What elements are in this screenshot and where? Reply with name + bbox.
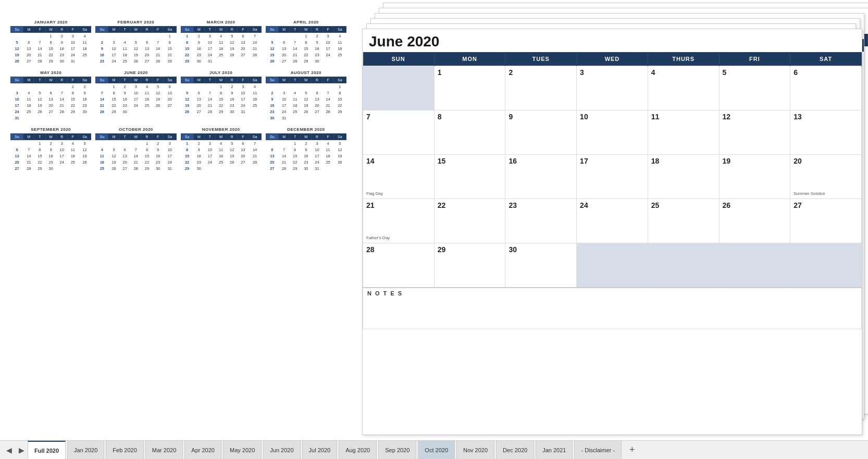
mini-cal-day: 2 bbox=[96, 39, 108, 45]
mini-cal-day: 18 bbox=[23, 102, 34, 108]
mini-cal-day: 11 bbox=[290, 96, 301, 102]
mini-cal-day: 18 bbox=[216, 153, 227, 159]
tab-item[interactable]: - Disclaimer - bbox=[574, 441, 622, 459]
mini-cal-day: 20 bbox=[141, 52, 152, 58]
tab-add-button[interactable]: + bbox=[625, 441, 639, 459]
mini-cal-day: 22 bbox=[164, 52, 176, 58]
june-notes-label: N O T E S bbox=[367, 290, 857, 296]
tab-item[interactable]: Dec 2020 bbox=[496, 441, 534, 459]
tab-nav-right[interactable]: ▶ bbox=[15, 441, 28, 459]
mini-cal-day: 9 bbox=[119, 90, 130, 96]
mini-cal-day: 24 bbox=[11, 108, 23, 115]
mini-cal-table: SuMTWRFSa1234567891011121314151617181920… bbox=[181, 26, 262, 64]
mini-cal-day-header: T bbox=[290, 134, 301, 140]
mini-cal-day bbox=[23, 115, 34, 121]
mini-cal-day: 27 bbox=[141, 58, 152, 64]
mini-cal-day: 12 bbox=[301, 96, 312, 102]
mini-cal-day-header: T bbox=[204, 77, 215, 83]
tab-item[interactable]: Jul 2020 bbox=[302, 441, 338, 459]
mini-cal-day: 6 bbox=[238, 140, 249, 147]
mini-cal-day-header: R bbox=[227, 134, 238, 140]
june-day-number: 28 bbox=[366, 245, 375, 254]
mini-cal-day bbox=[164, 108, 176, 115]
mini-cal-day: 7 bbox=[323, 90, 333, 96]
mini-cal-day: 30 bbox=[78, 108, 91, 115]
tab-item[interactable]: Apr 2020 bbox=[184, 441, 221, 459]
mini-cal-day-header: M bbox=[193, 134, 204, 140]
mini-cal-day-header: T bbox=[119, 77, 130, 83]
june-day-cell: 10 bbox=[577, 110, 648, 155]
mini-cal-table: SuMTWRFSa1234567891011121314151617181920… bbox=[181, 133, 262, 171]
tab-item[interactable]: Mar 2020 bbox=[145, 441, 183, 459]
mini-cal-day-header: Sa bbox=[164, 134, 176, 140]
mini-cal-day: 14 bbox=[153, 45, 164, 52]
mini-cal-day: 20 bbox=[278, 52, 289, 58]
tab-item[interactable]: Aug 2020 bbox=[339, 441, 377, 459]
mini-cal-day: 5 bbox=[301, 90, 312, 96]
mini-cal-day: 17 bbox=[312, 153, 323, 159]
mini-cal-day-header: W bbox=[45, 27, 56, 33]
june-day-number: 20 bbox=[793, 157, 802, 165]
mini-cal-day: 10 bbox=[67, 39, 78, 45]
mini-cal-day: 25 bbox=[249, 102, 261, 108]
tab-item[interactable]: Full 2020 bbox=[28, 441, 66, 459]
mini-cal-day: 4 bbox=[290, 90, 301, 96]
mini-cal-day: 28 bbox=[249, 159, 261, 165]
mini-cal-day: 28 bbox=[56, 108, 67, 115]
tab-item[interactable]: Oct 2020 bbox=[418, 441, 455, 459]
june-day-cell: 25 bbox=[648, 199, 719, 243]
mini-cal-day: 21 bbox=[278, 159, 289, 165]
mini-cal-day: 20 bbox=[23, 52, 34, 58]
mini-cal-day: 15 bbox=[333, 96, 346, 102]
mini-cal-day: 5 bbox=[34, 90, 45, 96]
mini-cal-day: 28 bbox=[153, 58, 164, 64]
mini-cal-day-header: R bbox=[312, 134, 323, 140]
mini-cal-day: 6 bbox=[23, 39, 34, 45]
tab-item[interactable]: Jan 2021 bbox=[536, 441, 573, 459]
mini-cal-day: 18 bbox=[78, 45, 91, 52]
tab-bar: ◀ ▶ Full 2020Jan 2020Feb 2020Mar 2020Apr… bbox=[0, 440, 868, 459]
mini-cal-day-header: F bbox=[153, 77, 164, 83]
tab-item[interactable]: Feb 2020 bbox=[106, 441, 143, 459]
mini-cal-day: 15 bbox=[216, 96, 227, 102]
june-event: Father's Day bbox=[366, 235, 431, 240]
june-grid: SUNMONTUESWEDTHURSFRISAT1234567891011121… bbox=[363, 52, 862, 329]
mini-cal-day: 8 bbox=[34, 146, 45, 153]
calendar-stack: January 2020 SUNMONTUESWEDTHURSFRISAT Fe… bbox=[357, 3, 863, 438]
mini-cal-day: 17 bbox=[56, 153, 67, 159]
mini-cal-day: 25 bbox=[216, 159, 227, 165]
mini-cal-day: 5 bbox=[108, 146, 119, 153]
mini-cal-day: 14 bbox=[130, 153, 141, 159]
june-day-cell: 16 bbox=[505, 155, 577, 199]
tab-item[interactable]: Jan 2020 bbox=[67, 441, 104, 459]
tab-nav-left[interactable]: ◀ bbox=[3, 441, 15, 459]
june-day-number: 7 bbox=[366, 113, 370, 121]
mini-cal-day: 3 bbox=[67, 33, 78, 40]
mini-cal-day: 16 bbox=[56, 45, 67, 52]
mini-cal-day: 5 bbox=[227, 33, 238, 40]
tab-item[interactable]: May 2020 bbox=[223, 441, 262, 459]
mini-cal-day: 19 bbox=[153, 96, 164, 102]
mini-cal-day: 18 bbox=[141, 96, 152, 102]
june-day-cell bbox=[790, 243, 862, 288]
mini-cal-day: 6 bbox=[141, 39, 152, 45]
june-day-number: 11 bbox=[651, 113, 660, 121]
mini-cal-day: 7 bbox=[290, 39, 301, 45]
mini-cal-day: 14 bbox=[290, 45, 301, 52]
mini-cal-day-header: T bbox=[34, 27, 45, 33]
mini-cal-day bbox=[130, 140, 141, 147]
june-day-number: 24 bbox=[580, 201, 588, 209]
tab-item[interactable]: Sep 2020 bbox=[378, 441, 416, 459]
mini-cal-day: 22 bbox=[216, 102, 227, 108]
mini-cal-day: 23 bbox=[193, 52, 204, 58]
mini-cal-day: 7 bbox=[34, 39, 45, 45]
mini-calendar: SEPTEMBER 2020SuMTWRFSa12345678910111213… bbox=[10, 127, 91, 171]
mini-cal-day: 10 bbox=[323, 39, 333, 45]
tab-item[interactable]: Nov 2020 bbox=[456, 441, 494, 459]
mini-cal-day: 24 bbox=[67, 52, 78, 58]
mini-cal-day: 11 bbox=[323, 146, 333, 153]
mini-cal-day bbox=[216, 165, 227, 171]
mini-cal-day: 1 bbox=[141, 140, 152, 147]
tab-item[interactable]: Jun 2020 bbox=[263, 441, 300, 459]
mini-cal-day: 10 bbox=[312, 146, 323, 153]
